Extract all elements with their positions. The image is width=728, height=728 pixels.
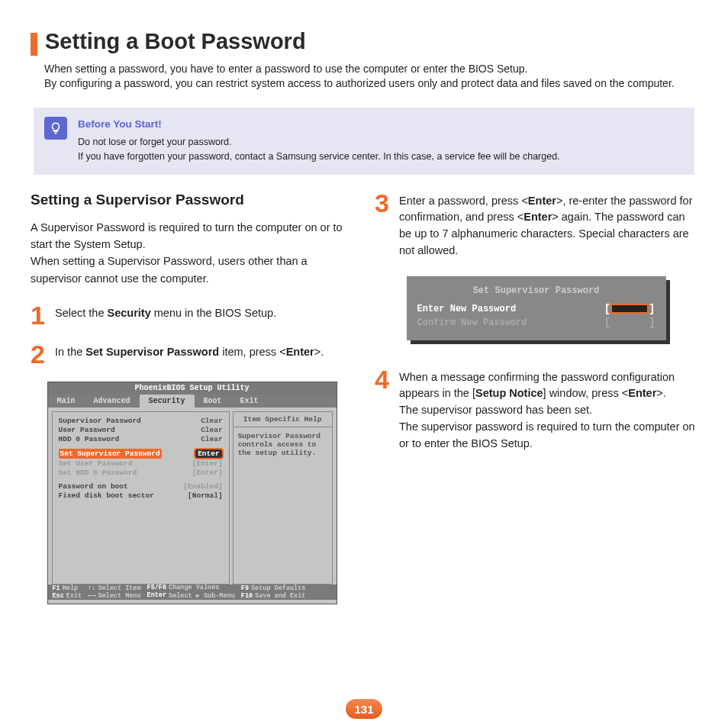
left-column: Setting a Supervisor Password A Supervis… (31, 192, 353, 610)
callout-line-1: Do not lose or forget your password. (78, 135, 560, 150)
tab-security: Security (140, 395, 195, 407)
bios-footer: F1 Help Esc Exit ↑↓ Select Item ←→ Selec… (48, 585, 337, 600)
bios-help-panel: Item Specific Help Supervisor Password c… (233, 411, 333, 585)
bios-left-panel: Supervisor PasswordClear User PasswordCl… (52, 411, 230, 585)
step-number: 4 (375, 368, 391, 453)
bios-setup-screenshot: PhoenixBIOS Setup Utility Main Advanced … (47, 382, 337, 604)
dialog-title: Set Supervisor Password (417, 285, 656, 296)
confirm-new-password-row: Confirm New Password [] (417, 316, 656, 330)
before-you-start-callout: Before You Start! Do not lose or forget … (34, 108, 694, 175)
bios-tabs: Main Advanced Security Boot Exit (48, 395, 337, 407)
subheading: Setting a Supervisor Password (31, 192, 353, 208)
step-number: 1 (31, 304, 47, 327)
intro-line-1: When setting a password, you have to ent… (44, 63, 527, 75)
set-password-dialog: Set Supervisor Password Enter New Passwo… (407, 276, 666, 340)
supervisor-intro: A Supervisor Password is required to tur… (31, 219, 353, 288)
two-column-layout: Setting a Supervisor Password A Supervis… (31, 192, 697, 610)
callout-title: Before You Start! (78, 117, 560, 132)
step-number: 2 (31, 343, 47, 366)
step-3-text: Enter a password, press <Enter>, re-ente… (399, 192, 697, 259)
intro-line-2: By configuring a password, you can restr… (44, 77, 675, 89)
page-title: Setting a Boot Password (45, 29, 306, 54)
step-number: 3 (375, 192, 391, 259)
password-input-box (610, 304, 649, 314)
lightbulb-icon (44, 117, 67, 140)
callout-line-2: If you have forgotten your password, con… (78, 150, 560, 164)
set-supervisor-highlight: Set Supervisor Password (59, 449, 162, 459)
tab-advanced: Advanced (85, 395, 140, 407)
tab-exit: Exit (231, 395, 268, 407)
callout-body: Before You Start! Do not lose or forget … (78, 117, 560, 164)
enter-new-password-row: Enter New Password [] (417, 302, 656, 316)
step-1: 1 Select the Security menu in the BIOS S… (31, 304, 353, 327)
bios-help-title: Item Specific Help (234, 412, 332, 427)
intro-paragraph: When setting a password, you have to ent… (44, 62, 697, 91)
bios-title: PhoenixBIOS Setup Utility (48, 382, 337, 395)
title-row: Setting a Boot Password (31, 29, 697, 56)
step-2: 2 In the Set Supervisor Password item, p… (31, 343, 353, 366)
page-number-badge: 131 (346, 699, 382, 719)
step-4-text: When a message confirming the password c… (399, 368, 697, 453)
right-column: 3 Enter a password, press <Enter>, re-en… (375, 192, 697, 610)
bios-help-body: Supervisor Password controls access to t… (234, 427, 332, 462)
accent-bar (31, 33, 37, 56)
step-2-text: In the Set Supervisor Password item, pre… (55, 343, 324, 366)
step-3: 3 Enter a password, press <Enter>, re-en… (375, 192, 697, 259)
tab-main: Main (48, 395, 85, 407)
step-1-text: Select the Security menu in the BIOS Set… (55, 304, 276, 327)
tab-boot: Boot (195, 395, 231, 407)
enter-highlight: Enter (195, 449, 223, 459)
step-4: 4 When a message confirming the password… (375, 368, 697, 453)
